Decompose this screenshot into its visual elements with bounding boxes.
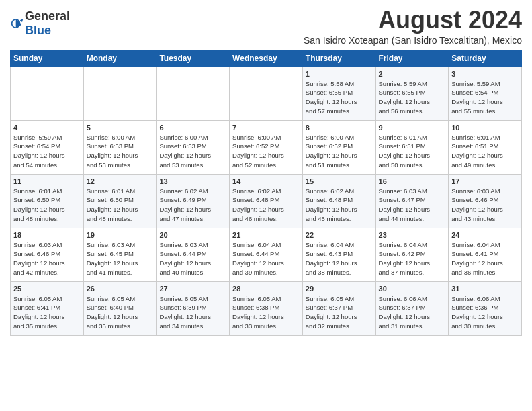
day-header-friday: Friday <box>375 50 449 66</box>
day-info: Sunrise: 6:01 AM Sunset: 6:51 PM Dayligh… <box>379 133 446 170</box>
subtitle: San Isidro Xoteapan (San Isidro Texcalti… <box>304 35 522 46</box>
calendar-cell: 19Sunrise: 6:03 AM Sunset: 6:45 PM Dayli… <box>83 228 157 281</box>
calendar-cell: 1Sunrise: 5:58 AM Sunset: 6:55 PM Daylig… <box>302 66 375 120</box>
calendar-cell: 29Sunrise: 6:05 AM Sunset: 6:37 PM Dayli… <box>302 281 375 335</box>
calendar-cell: 14Sunrise: 6:02 AM Sunset: 6:48 PM Dayli… <box>230 174 303 228</box>
day-info: Sunrise: 6:06 AM Sunset: 6:37 PM Dayligh… <box>379 294 446 331</box>
day-header-thursday: Thursday <box>302 50 375 66</box>
day-number: 17 <box>451 177 519 185</box>
day-info: Sunrise: 5:58 AM Sunset: 6:55 PM Dayligh… <box>306 79 373 116</box>
calendar-cell: 3Sunrise: 5:59 AM Sunset: 6:54 PM Daylig… <box>449 66 522 120</box>
calendar-cell: 7Sunrise: 6:00 AM Sunset: 6:52 PM Daylig… <box>230 120 303 174</box>
calendar-cell: 11Sunrise: 6:01 AM Sunset: 6:50 PM Dayli… <box>11 174 84 228</box>
calendar-cell: 6Sunrise: 6:00 AM Sunset: 6:53 PM Daylig… <box>157 120 230 174</box>
day-info: Sunrise: 6:01 AM Sunset: 6:51 PM Dayligh… <box>451 133 519 170</box>
day-number: 22 <box>306 231 373 239</box>
day-number: 13 <box>159 177 226 185</box>
calendar-cell: 15Sunrise: 6:02 AM Sunset: 6:48 PM Dayli… <box>302 174 375 228</box>
day-info: Sunrise: 6:04 AM Sunset: 6:41 PM Dayligh… <box>451 240 519 277</box>
day-header-tuesday: Tuesday <box>157 50 230 66</box>
day-number: 18 <box>13 231 81 239</box>
calendar-cell: 9Sunrise: 6:01 AM Sunset: 6:51 PM Daylig… <box>375 120 449 174</box>
day-info: Sunrise: 6:02 AM Sunset: 6:48 PM Dayligh… <box>232 187 300 224</box>
day-info: Sunrise: 6:01 AM Sunset: 6:50 PM Dayligh… <box>87 187 154 224</box>
calendar-cell: 23Sunrise: 6:04 AM Sunset: 6:42 PM Dayli… <box>375 228 449 281</box>
day-number: 14 <box>232 177 300 185</box>
calendar-cell: 2Sunrise: 5:59 AM Sunset: 6:55 PM Daylig… <box>375 66 449 120</box>
day-number: 30 <box>379 285 446 293</box>
day-info: Sunrise: 6:04 AM Sunset: 6:43 PM Dayligh… <box>306 240 373 277</box>
calendar-cell <box>230 66 303 120</box>
day-info: Sunrise: 6:03 AM Sunset: 6:46 PM Dayligh… <box>13 240 81 277</box>
day-number: 23 <box>379 231 446 239</box>
day-header-sunday: Sunday <box>11 50 84 66</box>
calendar-cell: 12Sunrise: 6:01 AM Sunset: 6:50 PM Dayli… <box>83 174 157 228</box>
day-info: Sunrise: 6:04 AM Sunset: 6:42 PM Dayligh… <box>379 240 446 277</box>
day-number: 21 <box>232 231 300 239</box>
day-info: Sunrise: 6:00 AM Sunset: 6:52 PM Dayligh… <box>232 133 300 170</box>
day-number: 19 <box>87 231 154 239</box>
day-info: Sunrise: 6:01 AM Sunset: 6:50 PM Dayligh… <box>13 187 81 224</box>
calendar-cell: 21Sunrise: 6:04 AM Sunset: 6:44 PM Dayli… <box>230 228 303 281</box>
calendar-cell: 10Sunrise: 6:01 AM Sunset: 6:51 PM Dayli… <box>449 120 522 174</box>
calendar-cell: 24Sunrise: 6:04 AM Sunset: 6:41 PM Dayli… <box>449 228 522 281</box>
calendar-cell: 18Sunrise: 6:03 AM Sunset: 6:46 PM Dayli… <box>11 228 84 281</box>
day-number: 9 <box>379 124 446 132</box>
calendar-cell <box>83 66 157 120</box>
day-info: Sunrise: 6:06 AM Sunset: 6:36 PM Dayligh… <box>451 294 519 331</box>
day-info: Sunrise: 5:59 AM Sunset: 6:54 PM Dayligh… <box>451 79 519 116</box>
day-number: 10 <box>451 124 519 132</box>
calendar-cell: 27Sunrise: 6:05 AM Sunset: 6:39 PM Dayli… <box>157 281 230 335</box>
calendar-cell: 17Sunrise: 6:03 AM Sunset: 6:46 PM Dayli… <box>449 174 522 228</box>
day-number: 25 <box>13 285 81 293</box>
day-info: Sunrise: 6:05 AM Sunset: 6:37 PM Dayligh… <box>306 294 373 331</box>
day-number: 20 <box>159 231 226 239</box>
calendar-cell: 25Sunrise: 6:05 AM Sunset: 6:41 PM Dayli… <box>11 281 84 335</box>
day-info: Sunrise: 5:59 AM Sunset: 6:55 PM Dayligh… <box>379 79 446 116</box>
day-number: 24 <box>451 231 519 239</box>
day-number: 11 <box>13 177 81 185</box>
day-info: Sunrise: 6:05 AM Sunset: 6:40 PM Dayligh… <box>87 294 154 331</box>
title-section: August 2024 San Isidro Xoteapan (San Isi… <box>304 7 522 46</box>
day-number: 5 <box>87 124 154 132</box>
logo-blue: Blue <box>25 24 51 37</box>
day-number: 31 <box>451 285 519 293</box>
logo-general: General <box>25 9 70 23</box>
logo: General Blue <box>10 9 70 38</box>
calendar-cell: 20Sunrise: 6:03 AM Sunset: 6:44 PM Dayli… <box>157 228 230 281</box>
calendar-cell: 26Sunrise: 6:05 AM Sunset: 6:40 PM Dayli… <box>83 281 157 335</box>
day-number: 1 <box>306 70 373 78</box>
day-number: 2 <box>379 70 446 78</box>
day-info: Sunrise: 6:00 AM Sunset: 6:52 PM Dayligh… <box>306 133 373 170</box>
day-number: 7 <box>232 124 300 132</box>
calendar-cell: 13Sunrise: 6:02 AM Sunset: 6:49 PM Dayli… <box>157 174 230 228</box>
calendar-cell: 31Sunrise: 6:06 AM Sunset: 6:36 PM Dayli… <box>449 281 522 335</box>
day-number: 4 <box>13 124 81 132</box>
day-number: 29 <box>306 285 373 293</box>
calendar-cell <box>11 66 84 120</box>
main-title: August 2024 <box>304 7 522 34</box>
calendar-cell: 28Sunrise: 6:05 AM Sunset: 6:38 PM Dayli… <box>230 281 303 335</box>
day-info: Sunrise: 6:05 AM Sunset: 6:39 PM Dayligh… <box>159 294 226 331</box>
day-info: Sunrise: 6:02 AM Sunset: 6:48 PM Dayligh… <box>306 187 373 224</box>
day-number: 26 <box>87 285 154 293</box>
day-info: Sunrise: 6:03 AM Sunset: 6:46 PM Dayligh… <box>451 187 519 224</box>
calendar-cell: 16Sunrise: 6:03 AM Sunset: 6:47 PM Dayli… <box>375 174 449 228</box>
day-number: 16 <box>379 177 446 185</box>
day-info: Sunrise: 6:05 AM Sunset: 6:41 PM Dayligh… <box>13 294 81 331</box>
day-info: Sunrise: 6:04 AM Sunset: 6:44 PM Dayligh… <box>232 240 300 277</box>
day-number: 3 <box>451 70 519 78</box>
calendar-cell: 30Sunrise: 6:06 AM Sunset: 6:37 PM Dayli… <box>375 281 449 335</box>
day-header-wednesday: Wednesday <box>230 50 303 66</box>
day-number: 12 <box>87 177 154 185</box>
day-number: 15 <box>306 177 373 185</box>
day-info: Sunrise: 5:59 AM Sunset: 6:54 PM Dayligh… <box>13 133 81 170</box>
day-number: 28 <box>232 285 300 293</box>
day-number: 27 <box>159 285 226 293</box>
calendar-cell: 8Sunrise: 6:00 AM Sunset: 6:52 PM Daylig… <box>302 120 375 174</box>
day-info: Sunrise: 6:03 AM Sunset: 6:44 PM Dayligh… <box>159 240 226 277</box>
calendar-cell <box>157 66 230 120</box>
day-info: Sunrise: 6:02 AM Sunset: 6:49 PM Dayligh… <box>159 187 226 224</box>
day-info: Sunrise: 6:03 AM Sunset: 6:45 PM Dayligh… <box>87 240 154 277</box>
calendar-cell: 5Sunrise: 6:00 AM Sunset: 6:53 PM Daylig… <box>83 120 157 174</box>
